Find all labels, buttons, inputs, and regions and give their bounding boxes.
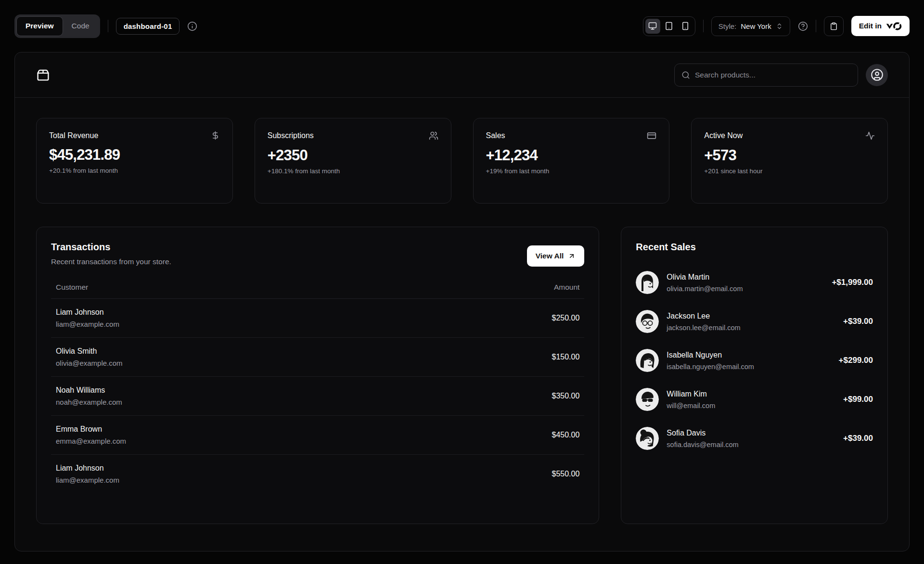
stat-card: Total Revenue $45,231.89 +20.1% from las…: [36, 118, 233, 204]
edit-in-v0-button[interactable]: Edit in: [851, 16, 910, 36]
sale-amount: +$99.00: [843, 395, 873, 404]
chevrons-up-down-icon: [776, 23, 783, 30]
transaction-amount: $450.00: [552, 431, 579, 439]
sale-amount: +$39.00: [843, 317, 873, 326]
desktop-view-button[interactable]: [645, 19, 660, 34]
user-menu-button[interactable]: [866, 64, 888, 86]
search-input[interactable]: [695, 71, 851, 79]
sale-customer-name: Jackson Lee: [667, 311, 835, 321]
avatar: [636, 388, 659, 411]
dashboard-navbar: [15, 52, 909, 98]
transaction-amount: $350.00: [552, 392, 579, 400]
sale-customer-name: Isabella Nguyen: [667, 350, 831, 360]
view-all-button[interactable]: View All: [527, 245, 585, 267]
avatar: [636, 271, 659, 294]
customer-name: Liam Johnson: [56, 307, 119, 318]
recent-sales-card: Recent Sales Olivia Martin olivia.martin…: [621, 227, 888, 524]
transactions-subtitle: Recent transactions from your store.: [51, 257, 171, 266]
code-tab[interactable]: Code: [63, 16, 98, 36]
stat-change: +20.1% from last month: [49, 167, 220, 174]
activity-icon: [865, 131, 875, 141]
style-select-value: New York: [741, 22, 771, 30]
recent-sales-list: Olivia Martin olivia.martin@email.com +$…: [636, 271, 873, 450]
user-circle-icon: [871, 68, 884, 81]
avatar: [636, 427, 659, 450]
clipboard-icon: [830, 22, 838, 30]
transactions-table: Customer Amount Liam Johnson liam@exampl…: [51, 283, 584, 493]
transaction-amount: $550.00: [552, 470, 579, 478]
stat-value: +2350: [268, 147, 438, 164]
list-item: Olivia Martin olivia.martin@email.com +$…: [636, 271, 873, 294]
style-select[interactable]: Style: New York: [711, 16, 790, 36]
column-header-amount: Amount: [554, 283, 579, 292]
sale-customer-email: jackson.lee@email.com: [667, 323, 835, 333]
table-row[interactable]: Liam Johnson liam@example.com $250.00: [51, 299, 584, 338]
mobile-view-button[interactable]: [678, 19, 693, 34]
customer-name: Noah Williams: [56, 385, 122, 396]
stats-grid: Total Revenue $45,231.89 +20.1% from las…: [36, 118, 888, 204]
arrow-up-right-icon: [568, 252, 576, 260]
table-row[interactable]: Olivia Smith olivia@example.com $150.00: [51, 338, 584, 377]
credit-card-icon: [647, 131, 656, 141]
dashboard-content: Total Revenue $45,231.89 +20.1% from las…: [15, 98, 909, 524]
transactions-card: Transactions Recent transactions from yo…: [36, 227, 599, 524]
sale-customer-email: isabella.nguyen@email.com: [667, 362, 831, 372]
block-name-badge: dashboard-01: [116, 18, 180, 35]
stat-value: +573: [704, 147, 875, 164]
tablet-icon: [665, 22, 673, 30]
sale-customer-name: Olivia Martin: [667, 272, 824, 282]
sale-customer-name: William Kim: [667, 389, 835, 399]
preview-tab[interactable]: Preview: [16, 16, 63, 36]
toolbar-divider: [816, 20, 816, 32]
avatar: [636, 349, 659, 372]
toolbar-divider: [108, 20, 108, 32]
users-icon: [429, 131, 438, 141]
transactions-rows: Liam Johnson liam@example.com $250.00 Ol…: [51, 299, 584, 493]
block-preview-frame: Total Revenue $45,231.89 +20.1% from las…: [14, 52, 910, 551]
transactions-title: Transactions: [51, 242, 171, 253]
style-select-label: Style:: [719, 22, 737, 30]
tablet-view-button[interactable]: [662, 19, 677, 34]
stat-value: +12,234: [486, 147, 657, 164]
dollar-icon: [211, 131, 220, 140]
stat-title: Sales: [486, 131, 505, 140]
stat-card: Subscriptions +2350 +180.1% from last mo…: [255, 118, 451, 204]
customer-name: Liam Johnson: [56, 463, 119, 474]
stat-card: Active Now +573 +201 since last hour: [691, 118, 888, 204]
sale-customer-name: Sofia Davis: [667, 428, 835, 438]
sale-customer-email: sofia.davis@email.com: [667, 440, 835, 449]
search-icon: [681, 71, 690, 79]
search-box: [674, 64, 858, 87]
stat-change: +19% from last month: [486, 167, 657, 175]
info-icon[interactable]: [187, 21, 197, 31]
v0-logo-icon: [886, 22, 902, 30]
copy-code-button[interactable]: [824, 16, 844, 36]
sale-amount: +$1,999.00: [832, 278, 873, 287]
table-row[interactable]: Liam Johnson liam@example.com $550.00: [51, 455, 584, 493]
customer-email: liam@example.com: [56, 319, 119, 329]
toolbar: Preview Code dashboard-01 Style: New Yor…: [0, 0, 924, 52]
customer-email: noah@example.com: [56, 397, 122, 407]
smartphone-icon: [681, 22, 690, 30]
list-item: Sofia Davis sofia.davis@email.com +$39.0…: [636, 427, 873, 450]
table-row[interactable]: Noah Williams noah@example.com $350.00: [51, 377, 584, 416]
customer-name: Emma Brown: [56, 424, 126, 435]
transaction-amount: $150.00: [552, 353, 579, 361]
list-item: William Kim will@email.com +$99.00: [636, 388, 873, 411]
sale-customer-email: olivia.martin@email.com: [667, 284, 824, 294]
sale-amount: +$39.00: [843, 434, 873, 443]
list-item: Isabella Nguyen isabella.nguyen@email.co…: [636, 349, 873, 372]
preview-code-toggle: Preview Code: [14, 14, 100, 38]
customer-name: Olivia Smith: [56, 346, 123, 357]
store-logo-icon[interactable]: [36, 68, 50, 82]
view-all-label: View All: [536, 252, 564, 260]
stat-change: +180.1% from last month: [268, 167, 438, 175]
transaction-amount: $250.00: [552, 314, 579, 322]
stat-title: Total Revenue: [49, 131, 98, 140]
sale-amount: +$299.00: [839, 356, 873, 365]
table-row[interactable]: Emma Brown emma@example.com $450.00: [51, 416, 584, 455]
help-circle-icon[interactable]: [798, 21, 808, 31]
stat-title: Subscriptions: [268, 131, 314, 140]
stat-card: Sales +12,234 +19% from last month: [473, 118, 670, 204]
customer-email: emma@example.com: [56, 436, 126, 446]
